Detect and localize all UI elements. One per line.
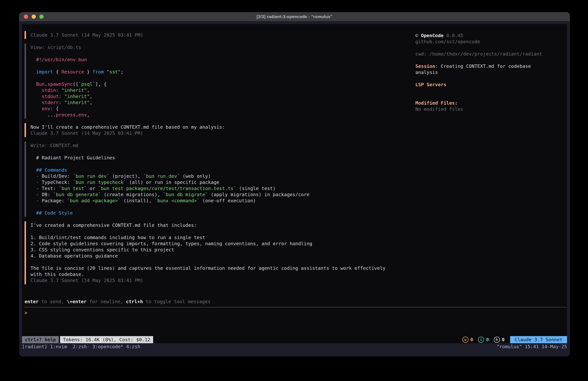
- terminal-line: ## Commands: [30, 167, 405, 173]
- text-segment: [30, 186, 36, 191]
- backslash-enter-key-hint: \+enter: [67, 299, 86, 304]
- text-segment: .: [76, 112, 78, 117]
- text-segment: spawnSync: [47, 81, 73, 87]
- text-segment: {: [53, 106, 59, 112]
- modified-files-empty: No modified files: [415, 106, 567, 112]
- text-segment: Package:: [39, 198, 67, 203]
- text-segment: I've created a comprehensive CONTEXT.md …: [30, 223, 197, 228]
- terminal-line: ## Code Style: [30, 210, 405, 216]
- text-segment: stdout: [42, 94, 59, 99]
- text-segment: stdin: [42, 88, 56, 93]
- text-segment: from: [92, 69, 104, 75]
- text-segment: The file is concise (20 lines) and captu…: [30, 265, 385, 271]
- tmux-window-list[interactable]: [radiant] 1:nvim 2:zsh- 3:opencode* 4:zs…: [22, 344, 140, 349]
- text-segment: ## Commands: [36, 167, 67, 173]
- text-segment: `psql`: [78, 81, 95, 87]
- text-segment: :: [59, 100, 62, 105]
- warnings-count: 0: [470, 336, 473, 343]
- copyright-icon: ©: [415, 33, 421, 38]
- session-line: Session: Creating CONTEXT.md for codebas…: [415, 63, 567, 69]
- enter-key-hint: enter: [24, 299, 39, 304]
- prompt-input[interactable]: >: [24, 310, 567, 316]
- assistant-message-block: I've created a comprehensive CONTEXT.md …: [24, 221, 405, 284]
- ctrl-h-key-hint: ctrl+h: [126, 299, 143, 304]
- session-title: : Creating CONTEXT.md for codebase: [435, 64, 531, 69]
- conversation-pane[interactable]: Claude 3.7 Sonnet (14 May 2025 03:41 PM)…: [24, 31, 405, 289]
- text-segment: DB:: [39, 192, 53, 197]
- close-window-button[interactable]: [24, 15, 28, 19]
- text-segment: ;: [121, 69, 124, 75]
- text-segment: /usr/bin/env bun: [42, 57, 87, 62]
- terminal-window: [2/3] radiant:3:opencode - "romulus" Cla…: [19, 12, 570, 357]
- text-segment: :: [59, 94, 62, 99]
- text-segment: 1. Build/lint/test commands including ho…: [30, 235, 205, 240]
- terminal-line: [30, 228, 405, 234]
- terminal-line: 4. Database operations guidance: [30, 253, 405, 259]
- text-segment: 2. Code style guidelines covering import…: [30, 241, 312, 246]
- warnings-icon: w: [462, 336, 468, 343]
- terminal-line: View: script/db.ts: [30, 44, 405, 50]
- text-segment: ], {: [95, 81, 107, 87]
- terminal-line: Claude 3.7 Sonnet (14 May 2025 03:41 PM): [30, 130, 405, 136]
- terminal-line: [30, 50, 405, 57]
- text-segment: 4. Database operations guidance: [30, 253, 118, 259]
- text-segment: `bun db generate`: [53, 192, 101, 197]
- terminal-line: 3. CSS styling conventions specific to t…: [30, 247, 405, 253]
- repo-link[interactable]: github.com/sst/opencode: [415, 39, 567, 45]
- text-segment: }: [84, 69, 92, 75]
- text-segment: (project),: [109, 173, 143, 179]
- text-segment: :: [56, 88, 59, 93]
- terminal-line: Claude 3.7 Sonnet (14 May 2025 03:41 PM): [30, 277, 405, 284]
- text-segment: `bun run typecheck`: [73, 179, 126, 185]
- text-segment: import: [36, 69, 53, 75]
- terminal-line: [30, 75, 405, 81]
- window-titlebar[interactable]: [2/3] radiant:3:opencode - "romulus": [19, 12, 570, 21]
- app-name: OpenCode: [421, 33, 443, 38]
- traffic-lights: [24, 12, 43, 21]
- terminal-line: 1. Build/lint/test commands including ho…: [30, 234, 405, 241]
- text-segment: TypeCheck:: [39, 179, 73, 185]
- text-segment: .: [44, 81, 47, 87]
- text-segment: [104, 69, 106, 75]
- text-segment: [30, 192, 36, 197]
- terminal-line: [30, 149, 405, 155]
- text-segment: env: [78, 112, 87, 117]
- text-segment: "inherit": [64, 100, 90, 105]
- diagnostic-counters: w0i0h0: [462, 336, 504, 343]
- text-segment: (web only): [180, 173, 211, 179]
- help-badge[interactable]: ctrl+? help: [22, 336, 59, 343]
- model-badge[interactable]: Claude 3.7 Sonnet: [510, 336, 567, 343]
- text-segment: "inherit": [64, 94, 90, 99]
- minimize-window-button[interactable]: [32, 15, 36, 19]
- hints-icon: h: [494, 336, 500, 343]
- hint-text: for newline,: [86, 299, 126, 304]
- text-segment: ,: [90, 100, 92, 105]
- text-segment: -: [36, 186, 39, 191]
- text-segment: [30, 173, 36, 179]
- text-segment: {: [53, 69, 62, 75]
- zoom-window-button[interactable]: [39, 15, 43, 19]
- session-title-wrap: analysis: [415, 69, 567, 75]
- text-segment: `bun run dev`: [143, 173, 180, 179]
- tmux-status-bar: [radiant] 1:nvim 2:zsh- 3:opencode* 4:zs…: [22, 343, 567, 350]
- text-segment: [30, 88, 42, 93]
- text-segment: ,: [87, 112, 89, 117]
- tokens-cost-badge: Tokens: 16.4K (8%), Cost: $0.12: [60, 336, 153, 343]
- input-divider: [24, 307, 567, 307]
- text-segment: [30, 69, 36, 75]
- text-segment: process: [56, 112, 76, 117]
- cwd-line: cwd: /home/thdxr/dev/projects/radiant/ra…: [415, 51, 567, 57]
- text-segment: [30, 198, 36, 203]
- info-count: 0: [486, 336, 489, 343]
- text-segment: 3. CSS styling conventions specific to t…: [30, 247, 174, 252]
- spacer-line: [415, 57, 567, 63]
- text-segment: Write: CONTEXT.md: [30, 143, 78, 148]
- terminal-line: - Package: `bun add <package>` (install)…: [30, 198, 405, 204]
- info-icon: i: [478, 336, 484, 343]
- text-segment: "inherit": [62, 88, 87, 93]
- text-segment: # Radiant Project Guidelines: [30, 155, 115, 160]
- text-segment: ,: [90, 94, 92, 99]
- empty-space: [24, 316, 567, 336]
- terminal-line: ...process.env,: [30, 112, 405, 118]
- terminal-line: #!/usr/bin/env bun: [30, 57, 405, 63]
